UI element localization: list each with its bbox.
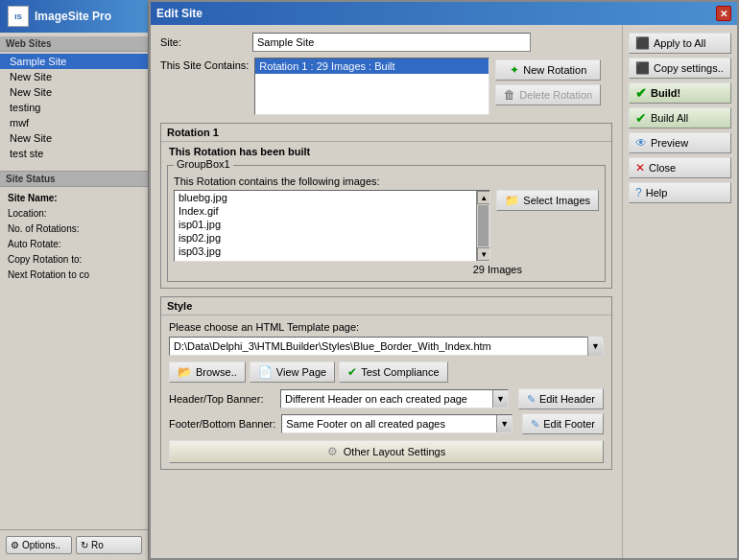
header-dropdown-value: Different Header on each created page <box>281 390 492 408</box>
header-dropdown[interactable]: Different Header on each created page ▼ <box>280 389 509 408</box>
style-content: Please choose an HTML Template page: D:\… <box>161 315 611 469</box>
browse-button[interactable]: 📂 Browse.. <box>169 362 246 383</box>
apply-to-all-button[interactable]: ⬛ Apply to All <box>629 33 731 54</box>
edit-header-button[interactable]: ✎ Edit Header <box>518 388 604 409</box>
list-item[interactable]: mwf <box>0 115 148 130</box>
copy-settings-button[interactable]: ⬛ Copy settings.. <box>629 58 731 79</box>
scroll-down-button[interactable]: ▼ <box>477 247 490 261</box>
options-icon: ⚙ <box>11 540 19 550</box>
view-page-label: View Page <box>276 366 326 378</box>
other-layout-icon: ⚙ <box>327 445 338 458</box>
edit-site-dialog: Edit Site ✕ Site: This Site Contains: Ro… <box>149 0 739 560</box>
delete-rotation-icon: 🗑 <box>504 88 515 102</box>
header-row: Header/Top Banner: Different Header on e… <box>169 388 604 409</box>
new-rotation-button[interactable]: ✦ New Rotation <box>495 59 601 81</box>
list-item: isn04.jpg <box>175 258 489 262</box>
list-item[interactable]: New Site <box>0 69 148 84</box>
location-label: Location: <box>8 206 140 222</box>
preview-icon: 👁 <box>635 136 647 150</box>
images-listbox: bluebg.jpg Index.gif isp01.jpg isp02.jpg… <box>174 190 490 262</box>
web-sites-label: Web Sites <box>0 36 148 52</box>
site-row: Site: <box>160 33 612 52</box>
dialog-body: Site: This Site Contains: Rotation 1 : 2… <box>151 25 737 558</box>
browse-icon: 📂 <box>178 365 192 379</box>
site-list: Sample Site New Site New Site testing mw… <box>0 52 148 163</box>
other-layout-settings-button[interactable]: ⚙ Other Layout Settings <box>169 440 604 463</box>
list-item: Index.gif <box>175 204 489 218</box>
style-dropdown-arrow[interactable]: ▼ <box>587 337 603 356</box>
preview-button[interactable]: 👁 Preview <box>629 132 731 153</box>
footer-row: Footer/Bottom Banner: Same Footer on all… <box>169 413 604 434</box>
status-content: Site Name: Location: No. of Rotations: A… <box>0 187 148 287</box>
test-compliance-button[interactable]: ✔ Test Compliance <box>339 362 447 383</box>
list-item[interactable]: testing <box>0 100 148 115</box>
site-contains-list: Rotation 1 : 29 Images : Built <box>254 58 489 115</box>
sidebar: IS ImageSite Pro Web Sites Sample Site N… <box>0 0 149 560</box>
list-item[interactable]: Sample Site <box>0 54 148 69</box>
list-item: bluebg.jpg <box>175 191 489 204</box>
help-icon: ? <box>635 186 642 199</box>
list-item[interactable]: New Site <box>0 84 148 100</box>
close-icon: ✕ <box>635 161 645 175</box>
edit-header-icon: ✎ <box>527 393 536 406</box>
list-item[interactable]: New Site <box>0 130 148 146</box>
edit-footer-icon: ✎ <box>531 418 539 431</box>
view-page-button[interactable]: 📄 View Page <box>250 362 335 383</box>
rotation-buttons: ✦ New Rotation 🗑 Delete Rotation <box>495 58 601 115</box>
rotation-list-item[interactable]: Rotation 1 : 29 Images : Built <box>255 58 489 74</box>
build-all-button[interactable]: ✔ Build All <box>629 107 731 128</box>
other-layout-row: ⚙ Other Layout Settings <box>169 440 604 463</box>
select-images-button[interactable]: 📁 Select Images <box>496 190 599 211</box>
build-label: Build! <box>651 87 680 99</box>
rotate-icon: ↻ <box>81 540 88 550</box>
images-count: 29 Images <box>174 264 522 275</box>
site-input[interactable] <box>252 33 531 52</box>
rotation-section: Rotation 1 This Rotation has been built … <box>160 123 612 289</box>
test-compliance-label: Test Compliance <box>361 366 439 378</box>
site-contains-label: This Site Contains: <box>160 58 249 115</box>
dialog-close-button[interactable]: ✕ <box>716 6 731 21</box>
copy-settings-label: Copy settings.. <box>654 62 724 74</box>
footer-label: Footer/Bottom Banner: <box>169 418 275 430</box>
groupbox-title: GroupBox1 <box>174 158 233 170</box>
list-item: isp02.jpg <box>175 231 489 245</box>
dialog-titlebar: Edit Site ✕ <box>151 2 737 25</box>
footer-dropdown[interactable]: Same Footer on all created pages ▼ <box>281 414 513 433</box>
options-button[interactable]: ⚙ Options.. <box>6 536 72 554</box>
style-dropdown-row: D:\Data\Delphi_3\HTMLBuilder\Styles\Blue… <box>169 337 604 356</box>
delete-rotation-label: Delete Rotation <box>519 89 592 101</box>
footer-dropdown-arrow[interactable]: ▼ <box>496 415 512 432</box>
list-item[interactable]: test ste <box>0 146 148 161</box>
style-template-dropdown[interactable]: D:\Data\Delphi_3\HTMLBuilder\Styles\Blue… <box>169 337 604 356</box>
delete-rotation-button[interactable]: 🗑 Delete Rotation <box>495 84 601 105</box>
style-buttons-row: 📂 Browse.. 📄 View Page ✔ Test Compliance <box>169 362 604 383</box>
rotations-label: No. of Rotations: <box>8 222 140 237</box>
edit-header-label: Edit Header <box>539 393 595 405</box>
sidebar-header: IS ImageSite Pro <box>0 0 148 33</box>
site-name-label: Site Name: <box>8 193 58 203</box>
rotate-button[interactable]: ↻ Ro <box>76 536 142 554</box>
edit-footer-button[interactable]: ✎ Edit Footer <box>522 413 604 434</box>
options-label: Options.. <box>22 540 60 550</box>
test-compliance-icon: ✔ <box>347 365 357 379</box>
scroll-thumb <box>478 205 489 246</box>
scroll-up-button[interactable]: ▲ <box>477 191 490 204</box>
dialog-title: Edit Site <box>156 7 203 20</box>
build-button[interactable]: ✔ Build! <box>629 82 731 104</box>
build-all-label: Build All <box>651 112 688 124</box>
images-scrollbar[interactable]: ▲ ▼ <box>476 191 489 261</box>
apply-to-all-icon: ⬛ <box>635 36 650 50</box>
images-description: This Rotation contains the following ima… <box>174 175 599 187</box>
close-button[interactable]: ✕ Close <box>629 157 731 178</box>
list-item: isp03.jpg <box>175 245 489 258</box>
build-all-icon: ✔ <box>635 110 647 126</box>
header-label: Header/Top Banner: <box>169 393 274 405</box>
style-template-value: D:\Data\Delphi_3\HTMLBuilder\Styles\Blue… <box>170 340 587 352</box>
images-list-row: bluebg.jpg Index.gif isp01.jpg isp02.jpg… <box>174 190 599 262</box>
header-dropdown-arrow[interactable]: ▼ <box>492 390 508 408</box>
browse-label: Browse.. <box>196 366 237 378</box>
dialog-main-panel: Site: This Site Contains: Rotation 1 : 2… <box>151 25 622 558</box>
new-rotation-icon: ✦ <box>510 63 519 77</box>
help-button[interactable]: ? Help <box>629 182 731 203</box>
edit-footer-label: Edit Footer <box>543 418 595 430</box>
